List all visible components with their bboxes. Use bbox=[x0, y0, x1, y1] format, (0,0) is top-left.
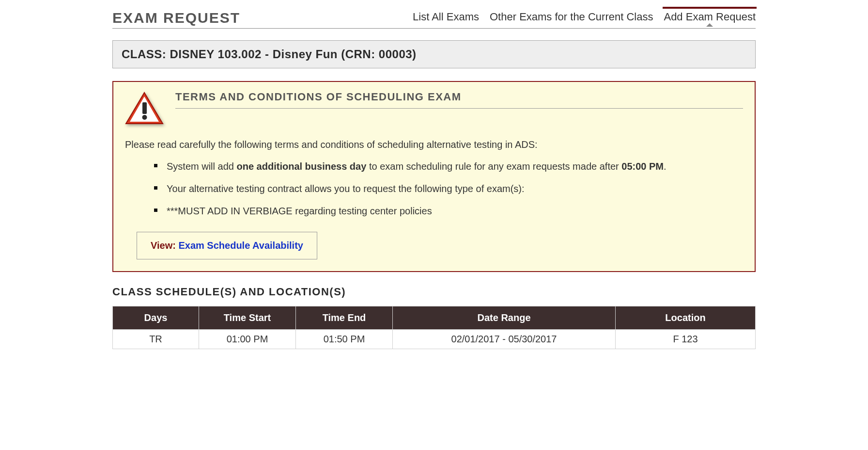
exam-schedule-availability-link[interactable]: Exam Schedule Availability bbox=[178, 240, 303, 251]
main-container: EXAM REQUEST List All Exams Other Exams … bbox=[112, 0, 756, 349]
cell-location: F 123 bbox=[616, 330, 756, 349]
terms-title: TERMS AND CONDITIONS OF SCHEDULING EXAM bbox=[175, 91, 743, 109]
terms-item-1-pre: System will add bbox=[167, 161, 237, 172]
terms-header: TERMS AND CONDITIONS OF SCHEDULING EXAM bbox=[125, 91, 743, 126]
col-date-range: Date Range bbox=[393, 306, 616, 330]
terms-item-1-bold-1: one additional business day bbox=[237, 161, 367, 172]
tab-other-exams-current-class[interactable]: Other Exams for the Current Class bbox=[490, 11, 653, 26]
tabs: List All Exams Other Exams for the Curre… bbox=[413, 11, 756, 26]
cell-time-end: 01:50 PM bbox=[296, 330, 393, 349]
cell-time-start: 01:00 PM bbox=[199, 330, 296, 349]
terms-and-conditions-box: TERMS AND CONDITIONS OF SCHEDULING EXAM … bbox=[112, 81, 756, 272]
table-row: TR 01:00 PM 01:50 PM 02/01/2017 - 05/30/… bbox=[113, 330, 756, 349]
tab-add-exam-request[interactable]: Add Exam Request bbox=[664, 11, 756, 26]
cell-date-range: 02/01/2017 - 05/30/2017 bbox=[393, 330, 616, 349]
terms-item-1-mid: to exam scheduling rule for any exam req… bbox=[366, 161, 621, 172]
terms-item-3: ***MUST ADD IN VERBIAGE regarding testin… bbox=[154, 200, 743, 222]
page-title: EXAM REQUEST bbox=[112, 10, 240, 26]
terms-item-2: Your alternative testing contract allows… bbox=[154, 177, 743, 200]
col-location: Location bbox=[616, 306, 756, 330]
col-days: Days bbox=[113, 306, 199, 330]
warning-triangle-icon bbox=[125, 92, 164, 126]
col-time-end: Time End bbox=[296, 306, 393, 330]
class-banner: CLASS: DISNEY 103.002 - Disney Fun (CRN:… bbox=[112, 40, 756, 68]
tab-list-all-exams[interactable]: List All Exams bbox=[413, 11, 479, 26]
terms-intro-text: Please read carefully the following term… bbox=[125, 139, 743, 150]
terms-item-1-bold-2: 05:00 PM bbox=[621, 161, 664, 172]
view-availability-box: View: Exam Schedule Availability bbox=[137, 232, 317, 259]
col-time-start: Time Start bbox=[199, 306, 296, 330]
terms-item-1: System will add one additional business … bbox=[154, 155, 743, 177]
terms-list: System will add one additional business … bbox=[125, 155, 743, 222]
class-schedule-table: Days Time Start Time End Date Range Loca… bbox=[112, 306, 756, 349]
cell-days: TR bbox=[113, 330, 199, 349]
header-row: EXAM REQUEST List All Exams Other Exams … bbox=[112, 10, 756, 29]
svg-rect-2 bbox=[142, 102, 147, 114]
view-label: View: bbox=[151, 240, 178, 251]
svg-point-3 bbox=[142, 115, 147, 120]
schedule-section-title: CLASS SCHEDULE(S) AND LOCATION(S) bbox=[112, 286, 756, 298]
terms-item-1-post: . bbox=[664, 161, 666, 172]
